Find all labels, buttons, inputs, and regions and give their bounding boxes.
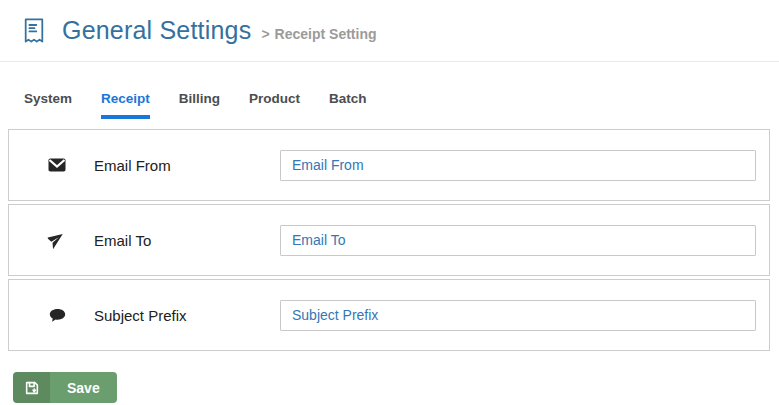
subject-prefix-row: Subject Prefix: [8, 279, 770, 351]
paper-plane-icon: [48, 231, 66, 249]
email-to-input[interactable]: [280, 225, 756, 256]
breadcrumb-separator: >: [261, 26, 269, 42]
email-from-row: Email From: [8, 129, 770, 201]
page-header: General Settings >Receipt Setting: [0, 0, 779, 62]
subject-prefix-label: Subject Prefix: [94, 307, 280, 324]
email-from-input[interactable]: [280, 150, 756, 181]
receipt-icon: [22, 16, 46, 46]
tab-receipt[interactable]: Receipt: [101, 91, 150, 119]
email-from-label: Email From: [94, 157, 280, 174]
page-title: General Settings: [62, 16, 251, 45]
tab-billing[interactable]: Billing: [179, 91, 220, 119]
tab-system[interactable]: System: [24, 91, 72, 119]
comment-icon: [48, 306, 66, 324]
settings-tabs: System Receipt Billing Product Batch: [24, 91, 779, 119]
save-button-label: Save: [50, 372, 117, 403]
receipt-settings-form: Email From Email To Subject Prefix: [8, 129, 770, 351]
email-to-label: Email To: [94, 232, 280, 249]
email-to-row: Email To: [8, 204, 770, 276]
tab-batch[interactable]: Batch: [329, 91, 367, 119]
breadcrumb-current: Receipt Setting: [275, 26, 377, 42]
save-button[interactable]: Save: [13, 372, 117, 403]
subject-prefix-input[interactable]: [280, 300, 756, 331]
envelope-icon: [48, 156, 66, 174]
breadcrumb: >Receipt Setting: [261, 26, 376, 42]
floppy-save-icon: [13, 372, 50, 403]
tab-product[interactable]: Product: [249, 91, 300, 119]
